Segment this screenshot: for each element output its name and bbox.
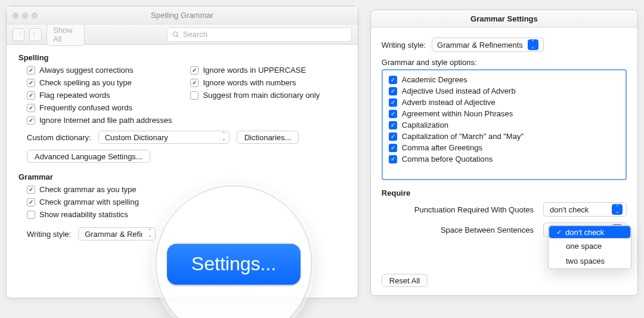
dictionaries-button[interactable]: Dictionaries... <box>237 131 299 144</box>
menu-item[interactable]: don't check <box>549 226 631 239</box>
settings-button[interactable]: Settings... <box>166 243 301 285</box>
custom-dictionary-select[interactable]: Custom Dictionary ⌃⌄ <box>98 131 230 144</box>
punctuation-row: Punctuation Required With Quotes don't c… <box>382 202 627 217</box>
checkbox-label: Always suggest corrections <box>39 66 134 75</box>
checkbox-icon <box>389 76 397 84</box>
require-header: Require <box>382 189 627 197</box>
checkbox-label: Frequently confused words <box>39 103 132 112</box>
updown-icon <box>528 39 538 50</box>
toolbar: 〈 〉 Show All Search <box>7 24 358 45</box>
spelling-checkbox[interactable]: Ignore Internet and file path addresses <box>27 116 182 125</box>
space-between-sentences-menu[interactable]: don't checkone spacetwo spaces <box>548 225 631 269</box>
menu-item-label: two spaces <box>566 257 605 265</box>
search-field[interactable]: Search <box>167 27 352 42</box>
grammar-option[interactable]: Adverb instead of Adjective <box>386 97 622 108</box>
titlebar: Spelling Grammar <box>7 7 358 24</box>
zoom-light[interactable] <box>32 13 38 18</box>
checkbox-icon <box>389 121 397 129</box>
back-button[interactable]: 〈 <box>13 28 24 41</box>
window-title: Spelling Grammar <box>7 11 358 20</box>
search-placeholder: Search <box>183 30 208 39</box>
checkbox-icon <box>190 79 199 87</box>
chevron-right-icon: 〉 <box>32 30 39 39</box>
writing-style-row: Writing style: Grammar & Refinements <box>382 38 627 52</box>
spelling-checkbox[interactable]: Flag repeated words <box>27 91 182 100</box>
spelling-checkbox[interactable]: Always suggest corrections <box>27 66 182 75</box>
updown-icon <box>612 204 623 215</box>
checkbox-label: Show readability statistics <box>39 210 128 219</box>
checkbox-icon <box>389 87 397 95</box>
checkbox-label: Ignore Internet and file path addresses <box>39 116 172 125</box>
advanced-language-settings-button[interactable]: Advanced Language Settings... <box>27 150 150 163</box>
writing-style-label: Writing style: <box>27 230 71 239</box>
checkbox-icon <box>190 91 199 100</box>
writing-style-label: Writing style: <box>382 41 426 50</box>
spelling-checkbox[interactable]: Ignore words with numbers <box>190 78 345 87</box>
show-all-button[interactable]: Show All <box>47 23 85 46</box>
checkbox-icon <box>389 144 397 152</box>
checkbox-icon <box>27 198 35 206</box>
grammar-option[interactable]: Comma after Greetings <box>386 142 622 153</box>
option-label: Adjective Used instead of Adverb <box>402 87 516 95</box>
writing-style-select[interactable]: Grammar & Refine ⌃⌄ <box>78 227 156 240</box>
forward-button[interactable]: 〉 <box>29 28 41 41</box>
grammar-option[interactable]: Comma before Quotations <box>386 153 622 165</box>
writing-style-popup[interactable]: Grammar & Refinements <box>432 38 544 52</box>
option-label: Comma after Greetings <box>402 143 482 152</box>
grammar-option[interactable]: Agreement within Noun Phrases <box>386 108 622 119</box>
menu-item[interactable]: two spaces <box>549 254 631 268</box>
punctuation-label: Punctuation Required With Quotes <box>382 205 536 214</box>
grammar-options-list[interactable]: Academic DegreesAdjective Used instead o… <box>382 69 627 180</box>
checkbox-icon <box>27 79 35 87</box>
checkbox-label: Ignore words with numbers <box>203 78 296 87</box>
option-label: Capitalization of "March" and "May" <box>402 132 524 141</box>
window-controls <box>13 13 38 18</box>
grammar-checkbox[interactable]: Check grammar with spelling <box>27 197 182 206</box>
options-header: Grammar and style options: <box>382 58 627 67</box>
checkbox-icon <box>190 66 199 75</box>
spelling-checkbox[interactable]: Check spelling as you type <box>27 78 182 87</box>
grammar-checkbox[interactable]: Check grammar as you type <box>27 185 182 194</box>
punctuation-value: don't check <box>550 205 589 214</box>
option-label: Agreement within Noun Phrases <box>402 109 513 118</box>
checkbox-icon <box>389 155 397 163</box>
updown-icon: ⌃⌄ <box>222 132 226 141</box>
spelling-checkbox[interactable]: Ignore words in UPPERCASE <box>190 66 345 75</box>
custom-dictionary-row: Custom dictionary: Custom Dictionary ⌃⌄ … <box>27 131 346 144</box>
checkbox-label: Flag repeated words <box>39 91 110 100</box>
spelling-header: Spelling <box>18 53 346 62</box>
checkbox-icon <box>27 66 35 75</box>
writing-style-row: Writing style: Grammar & Refine ⌃⌄ <box>27 227 346 240</box>
writing-style-value: Grammar & Refinements <box>437 41 523 50</box>
checkbox-icon <box>27 116 35 125</box>
close-light[interactable] <box>13 13 18 18</box>
grammar-checkbox[interactable]: Show readability statistics <box>27 210 182 219</box>
option-label: Adverb instead of Adjective <box>402 98 496 107</box>
writing-style-value: Grammar & Refine <box>85 230 142 239</box>
grammar-option[interactable]: Capitalization <box>386 119 622 131</box>
spelling-checkbox[interactable]: Frequently confused words <box>27 103 182 112</box>
menu-item-label: one space <box>566 242 602 251</box>
grammar-option[interactable]: Capitalization of "March" and "May" <box>386 131 622 142</box>
search-icon <box>172 31 179 38</box>
punctuation-select[interactable]: don't check <box>543 202 627 217</box>
minimize-light[interactable] <box>22 13 28 18</box>
grammar-option[interactable]: Academic Degrees <box>386 74 622 85</box>
grammar-option[interactable]: Adjective Used instead of Adverb <box>386 85 622 97</box>
checkbox-icon <box>27 211 35 219</box>
checkbox-label: Check spelling as you type <box>39 78 132 87</box>
checkbox-icon <box>27 104 35 112</box>
checkbox-label: Suggest from main dictionary only <box>203 91 320 100</box>
option-label: Academic Degrees <box>402 75 467 84</box>
updown-icon: ⌃⌄ <box>148 229 152 238</box>
checkbox-label: Check grammar as you type <box>39 185 137 194</box>
menu-item[interactable]: one space <box>549 239 631 254</box>
checkbox-icon <box>389 98 397 107</box>
checkbox-icon <box>27 186 35 194</box>
option-label: Capitalization <box>402 121 448 129</box>
spelling-checkbox[interactable]: Suggest from main dictionary only <box>190 91 345 100</box>
reset-all-button[interactable]: Reset All <box>382 274 428 287</box>
checkbox-icon <box>389 110 397 118</box>
menu-item-label: don't check <box>565 228 604 237</box>
checkbox-icon <box>389 132 397 141</box>
